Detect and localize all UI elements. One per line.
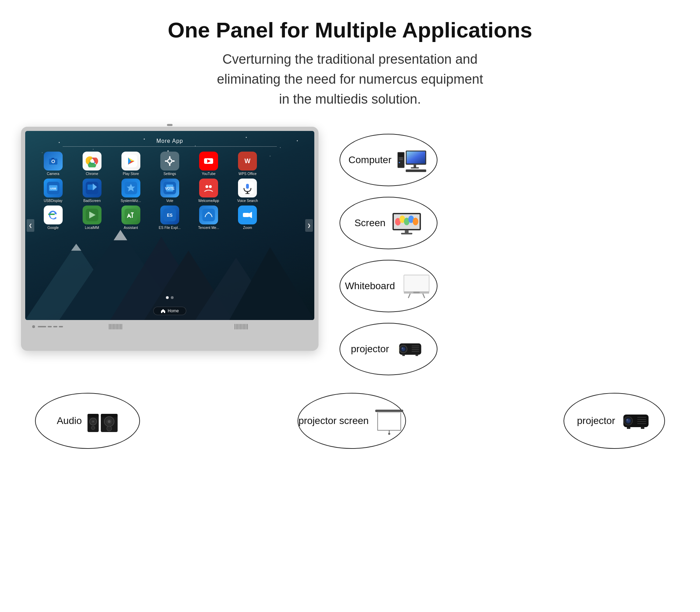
screen-label: Screen [355,217,386,229]
projscreen-svg [373,407,405,435]
app-chrome[interactable]: Chrome [75,152,109,176]
sl10 [121,324,122,329]
app-assistant[interactable]: Assistant [113,206,148,230]
app-esfile[interactable]: ES ES File Expl... [152,206,187,230]
svg-line-88 [408,294,410,298]
home-bar[interactable]: Home [153,307,186,315]
svg-point-69 [399,162,400,163]
app-youtube[interactable]: YouTube [191,152,226,176]
whiteboard-icon-area [401,272,432,300]
sl4 [113,324,114,329]
tv-outer: More App Camera [21,127,318,351]
speaker-grill-left [109,324,122,329]
projector-label: projector [351,343,389,355]
app-systemwiz[interactable]: SystemWiz... [113,179,148,203]
systemwiz-icon [121,179,140,197]
screen-svg [391,209,422,237]
vote-label: Vote [166,199,173,203]
sr8 [244,324,245,329]
audio-label: Audio [57,415,82,426]
settings-icon [160,152,179,171]
computer-label: Computer [349,154,392,166]
app-tencent[interactable]: Tencent Me... [191,206,226,230]
svg-point-113 [107,426,112,431]
app-vote[interactable]: VOTE Vote [152,179,187,203]
sr10 [247,324,248,329]
badscreen-label: BadScreen [83,199,100,203]
sl6 [116,324,117,329]
tencent-label: Tencent Me... [198,226,219,230]
svg-rect-129 [641,427,644,429]
sl7 [117,324,118,329]
app-welcomeapp[interactable]: WelcomeApp [191,179,226,203]
assistant-icon [121,206,140,224]
svg-rect-100 [402,354,405,356]
localmm-label: LocalMM [85,226,99,230]
svg-rect-29 [169,156,170,159]
sr1 [234,324,235,329]
camera-icon [44,152,63,171]
tv-bottom-bar [25,320,314,333]
sr7 [243,324,244,329]
screen-content: More App Camera [25,131,314,320]
nav-right[interactable]: ❯ [305,219,313,232]
svg-rect-74 [411,167,419,169]
power-button[interactable] [32,325,35,328]
svg-point-20 [52,160,54,162]
app-camera[interactable]: Camera [36,152,70,176]
app-usbdisplay[interactable]: USB USBDisplay [36,179,70,203]
tv-controls-left [32,325,63,328]
app-empty1 [269,152,304,176]
app-settings[interactable]: Settings [152,152,187,176]
vote-icon: VOTE [160,179,179,197]
app-localmm[interactable]: LocalMM [75,206,109,230]
app-playstore[interactable]: Play Store [113,152,148,176]
app-voicesearch[interactable]: Voice Search [230,179,265,203]
ellipse-projscreen: projector screen [298,393,406,449]
control-bar4 [59,326,63,327]
esfile-label: ES File Expl... [159,226,181,230]
svg-rect-30 [169,164,170,166]
svg-rect-48 [202,182,215,194]
app-grid-row3: Google LocalMM [36,206,304,230]
sl5 [114,324,115,329]
zoom-icon [238,206,257,224]
screen-icon-area [391,209,422,237]
computer-icon-area [397,146,428,174]
ellipse-audio: Audio [35,393,140,449]
zoom-label: Zoom [243,226,252,230]
nav-right-icon: ❯ [307,223,311,228]
sl1 [109,324,110,329]
sl3 [112,324,112,329]
app-empty2 [269,179,304,203]
app-google[interactable]: Google [36,206,70,230]
app-badscreen[interactable]: BadScreen [75,179,109,203]
app-zoom[interactable]: Zoom [230,206,265,230]
whiteboard-label: Whiteboard [345,280,395,292]
header-section: One Panel for Multiple Applications Cver… [0,0,700,116]
app-grid-row2: USB USBDisplay BadScreen [36,179,304,203]
camera-label: Camera [47,172,59,176]
dot-1 [166,296,169,299]
svg-rect-128 [627,427,630,429]
google-label: Google [47,226,58,230]
projector2-icon-area [620,407,651,435]
bottom-section: Audio projector screen [0,382,700,459]
svg-text:ES: ES [167,213,173,218]
nav-left[interactable]: ❮ [27,219,34,232]
more-app-label: More App [156,138,183,144]
subtitle-line1: Cverturning the traditional presentation… [223,52,478,67]
svg-rect-53 [247,192,248,193]
svg-rect-115 [378,412,401,430]
dot-2 [171,296,174,299]
app-wps[interactable]: W WPS Office [230,152,265,176]
subtitle: Cverturning the traditional presentation… [0,49,700,109]
svg-rect-85 [404,275,429,293]
wps-label: WPS Office [239,172,257,176]
svg-rect-72 [407,152,425,164]
esfile-icon: ES [160,206,179,224]
ellipse-screen: Screen [340,197,438,249]
dot-indicator [166,296,174,299]
svg-marker-99 [397,345,399,353]
ellipse-whiteboard: Whiteboard [340,260,438,312]
